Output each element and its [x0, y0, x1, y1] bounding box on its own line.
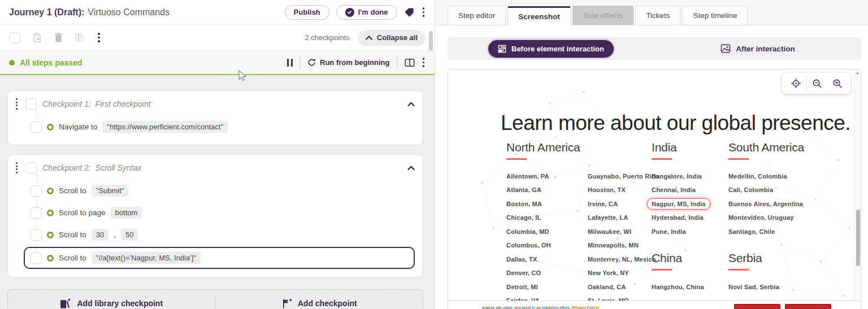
region-underline	[728, 158, 749, 160]
city-link[interactable]: Buenos Aires, Argentina	[728, 197, 795, 211]
city-link[interactable]: Chicago, IL	[506, 211, 575, 225]
tab-step-timeline[interactable]: Step timeline	[682, 6, 748, 25]
city-link[interactable]: Cali, Colombia	[728, 183, 795, 197]
detail-tabstrip: Step editorScreenshotSide effectsTickets…	[435, 0, 868, 25]
privacy-policy-link[interactable]: [Privacy Policy]	[572, 306, 599, 309]
city-link[interactable]: Lafayette, LA	[588, 211, 657, 225]
city-link[interactable]: Guaynabo, Puerto Rico	[588, 169, 657, 184]
city-link[interactable]: Chennai, India	[652, 183, 718, 197]
run-from-beginning-button[interactable]: Run from beginning	[307, 58, 389, 67]
city-link[interactable]: Oakland, CA	[588, 280, 657, 294]
status-kebab[interactable]	[422, 56, 426, 68]
city-link[interactable]: Nagpur, MS, India	[652, 197, 718, 211]
scroll-up-arrow[interactable]: ▲	[856, 71, 860, 75]
region-group: SerbiaNovi Sad, Serbia	[728, 251, 795, 294]
city-link[interactable]: Boston, MA	[506, 197, 575, 211]
city-link[interactable]: Detroit, MI	[506, 280, 575, 294]
collapse-all-button[interactable]: Collapse all	[358, 30, 426, 46]
city-link[interactable]: Dallas, TX	[506, 253, 575, 267]
collapse-checkpoint-icon[interactable]	[407, 166, 415, 171]
step-checkbox[interactable]	[31, 253, 42, 264]
highlighted-target-element[interactable]: Nagpur, MS, India	[647, 198, 710, 210]
step-value-chip[interactable]: "Submit"	[92, 185, 129, 197]
left-scrollbar-thumb[interactable]	[429, 31, 433, 51]
city-link[interactable]: Medellín, Colombia	[728, 169, 795, 184]
city-link[interactable]: Irvine, CA	[588, 197, 657, 211]
city-link[interactable]: Minneapolis, MN	[588, 238, 657, 253]
checkpoint-checkbox[interactable]	[25, 98, 37, 110]
step-row[interactable]: Scroll to"//a[text()='Nagpur, MS, India'…	[24, 247, 415, 269]
locate-element-icon[interactable]	[785, 78, 806, 89]
step-checkbox[interactable]	[31, 207, 42, 219]
execution-status-bar: All steps passed Run from beginning	[0, 51, 435, 75]
toolbar-kebab[interactable]	[97, 32, 101, 43]
step-checkbox[interactable]	[31, 121, 42, 133]
tab-screenshot[interactable]: Screenshot	[507, 6, 571, 25]
cookie-text: analyze site usage, and assist in our ma…	[482, 306, 599, 309]
city-link[interactable]: Santiago, Chile	[728, 225, 795, 239]
drag-handle-icon[interactable]	[15, 97, 19, 111]
journey-title-name: Virtuoso Commands	[88, 7, 170, 17]
refresh-icon	[307, 58, 316, 67]
tab-tickets[interactable]: Tickets	[635, 6, 680, 25]
city-link[interactable]: Milwaukee, WI	[588, 225, 657, 239]
step-value-chip[interactable]: bottom	[111, 207, 142, 219]
cookie-accept-button[interactable]	[785, 304, 831, 309]
zoom-in-icon[interactable]	[827, 78, 847, 89]
checkpoint-checkbox[interactable]	[25, 162, 37, 173]
add-checkpoint-button[interactable]: Add checkpoint	[216, 290, 423, 309]
checkpoint-card: Checkpoint 2:Scroll SyntaxScroll to"Subm…	[7, 154, 423, 277]
separator	[300, 57, 301, 68]
city-link[interactable]: Novi Sad, Serbia	[728, 280, 795, 294]
step-value-chip[interactable]: 50	[121, 229, 138, 241]
city-link[interactable]: New York, NY	[588, 266, 657, 280]
step-row[interactable]: Navigate to"https://www.perficient.com/c…	[15, 117, 415, 137]
step-value-chip[interactable]: "https://www.perficient.com/contact"	[102, 121, 228, 133]
before-interaction-button[interactable]: Before element interaction	[488, 40, 614, 58]
step-row[interactable]: Scroll to pagebottom	[15, 203, 415, 223]
screenshot-scrollbar[interactable]: ▲	[854, 69, 861, 309]
drag-handle-icon[interactable]	[15, 161, 19, 175]
city-link[interactable]: Allentown, PA	[506, 169, 575, 184]
city-link[interactable]: Denver, CO	[506, 266, 575, 280]
city-link[interactable]: Bangalore, India	[652, 169, 718, 184]
paste-icon[interactable]	[32, 32, 42, 43]
city-link[interactable]: Hyderabad, India	[652, 211, 718, 225]
collapse-checkpoint-icon[interactable]	[407, 102, 415, 107]
region-title: South America	[728, 141, 804, 154]
journey-header-actions: Publish I'm done	[285, 5, 426, 20]
city-link[interactable]: Columbus, OH	[506, 238, 575, 253]
delete-icon[interactable]	[54, 32, 63, 43]
im-done-button[interactable]: I'm done	[336, 5, 397, 20]
scrollbar-thumb[interactable]	[856, 210, 860, 266]
step-value-chip[interactable]: 30	[92, 229, 108, 241]
split-view-icon[interactable]	[405, 58, 415, 67]
tab-step-editor[interactable]: Step editor	[448, 6, 506, 25]
step-row[interactable]: Scroll to30,50	[15, 225, 415, 245]
publish-button[interactable]: Publish	[285, 5, 329, 20]
city-link[interactable]: Atlanta, GA	[506, 183, 575, 197]
image-icon	[721, 44, 731, 53]
city-link[interactable]: Columbia, MD	[506, 225, 575, 239]
library-icon[interactable]	[75, 32, 85, 43]
city-link[interactable]: Montevideo, Uruguay	[728, 211, 795, 225]
city-link[interactable]: Monterrey, NL, Mexico	[588, 253, 657, 267]
city-link[interactable]: Houston, TX	[588, 183, 657, 197]
step-checkbox[interactable]	[31, 185, 42, 197]
flag-plus-icon	[281, 298, 292, 309]
pause-button[interactable]	[287, 59, 293, 67]
step-checkbox[interactable]	[31, 229, 42, 241]
journey-menu-kebab[interactable]	[422, 6, 426, 18]
add-library-checkpoint-button[interactable]: Add library checkpoint	[8, 290, 215, 309]
tag-icon[interactable]	[404, 7, 415, 18]
city-link[interactable]: Pune, India	[652, 225, 718, 239]
step-row[interactable]: Scroll to"Submit"	[15, 181, 415, 201]
zoom-out-icon[interactable]	[806, 78, 827, 89]
cookie-reject-button[interactable]	[734, 304, 780, 309]
step-status-icon	[47, 232, 54, 238]
journey-header: Journey 1 (Draft):Virtuoso Commands Publ…	[0, 0, 435, 25]
step-value-chip[interactable]: "//a[text()='Nagpur, MS, India']"	[92, 252, 201, 264]
city-link[interactable]: Hangzhou, China	[652, 280, 718, 294]
after-interaction-button[interactable]: After interaction	[721, 44, 795, 53]
select-all-checkbox[interactable]	[9, 32, 20, 43]
